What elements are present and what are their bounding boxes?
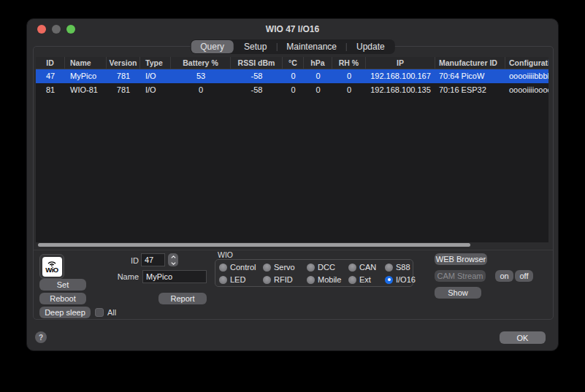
table-cell: MyPico bbox=[65, 69, 107, 83]
device-table-region: IDNameVersionTypeBattery %RSSI dBm°ChPaR… bbox=[34, 47, 553, 250]
id-input[interactable] bbox=[141, 253, 165, 266]
radio-option-s88[interactable]: S88 bbox=[385, 262, 416, 272]
query-tab-pane: IDNameVersionTypeBattery %RSSI dBm°ChPaR… bbox=[33, 46, 554, 320]
table-cell: 81 bbox=[36, 83, 65, 97]
table-cell: 781 bbox=[107, 69, 140, 83]
table-row[interactable]: 47MyPico781I/O53-58000192.168.100.16770:… bbox=[36, 69, 548, 83]
table-row[interactable]: 81WIO-81781I/O0-58000192.168.100.13570:1… bbox=[36, 83, 548, 97]
title-bar: WIO 47 I/O16 bbox=[27, 19, 558, 39]
radio-option-led[interactable]: LED bbox=[219, 274, 263, 285]
table-cell: 0 bbox=[332, 83, 366, 97]
column-header-battery[interactable]: Battery % bbox=[171, 57, 231, 69]
table-cell: 53 bbox=[171, 69, 231, 83]
radio-option-can[interactable]: CAN bbox=[348, 262, 385, 272]
table-cell: -58 bbox=[231, 69, 283, 83]
tab-maintenance[interactable]: Maintenance bbox=[277, 40, 346, 53]
show-button[interactable]: Show bbox=[435, 287, 481, 299]
column-header-version[interactable]: Version bbox=[107, 57, 140, 69]
column-header-rh[interactable]: RH % bbox=[332, 57, 366, 69]
radio-option-label: DCC bbox=[318, 263, 335, 272]
radio-option-label: RFID bbox=[274, 275, 293, 284]
column-header-name[interactable]: Name bbox=[65, 57, 107, 69]
column-header-hpa[interactable]: hPa bbox=[304, 57, 332, 69]
on-button[interactable]: on bbox=[495, 270, 513, 282]
wio-group-label: WIO bbox=[218, 250, 233, 259]
radio-option-i-o16[interactable]: I/O16 bbox=[385, 274, 416, 285]
table-cell: 70:16 ESP32 bbox=[435, 83, 505, 97]
radio-icon bbox=[307, 264, 315, 272]
column-header-c[interactable]: °C bbox=[283, 57, 304, 69]
wio-logo: WiO bbox=[42, 257, 62, 277]
table-cell: ooooiiiiooooo bbox=[505, 83, 548, 97]
radio-option-label: LED bbox=[230, 275, 245, 284]
all-checkbox-label: All bbox=[107, 308, 116, 317]
id-label: ID bbox=[110, 256, 139, 265]
radio-option-mobile[interactable]: Mobile bbox=[307, 274, 348, 285]
deep-sleep-button[interactable]: Deep sleep bbox=[39, 307, 91, 318]
tab-setup[interactable]: Setup bbox=[234, 40, 276, 53]
radio-icon bbox=[263, 264, 271, 272]
radio-icon bbox=[385, 276, 393, 284]
chevron-down-icon bbox=[171, 262, 176, 265]
table-header: IDNameVersionTypeBattery %RSSI dBm°ChPaR… bbox=[36, 57, 548, 69]
column-header-ip[interactable]: IP bbox=[366, 57, 435, 69]
id-stepper bbox=[168, 253, 178, 266]
table-cell: 0 bbox=[283, 69, 304, 83]
device-table: IDNameVersionTypeBattery %RSSI dBm°ChPaR… bbox=[36, 57, 548, 242]
column-header-rssi-dbm[interactable]: RSSI dBm bbox=[231, 57, 283, 69]
column-header-configuration[interactable]: Configuration bbox=[505, 57, 548, 69]
radio-option-label: S88 bbox=[396, 263, 410, 272]
radio-option-label: I/O16 bbox=[396, 275, 416, 284]
radio-option-servo[interactable]: Servo bbox=[263, 262, 307, 272]
ok-button[interactable]: OK bbox=[500, 331, 546, 344]
radio-option-label: CAN bbox=[359, 263, 376, 272]
radio-icon bbox=[307, 276, 315, 284]
table-cell: 192.168.100.135 bbox=[366, 83, 435, 97]
minimize-button[interactable] bbox=[52, 25, 61, 34]
radio-option-dcc[interactable]: DCC bbox=[307, 262, 348, 272]
radio-icon bbox=[219, 276, 227, 284]
table-cell: 781 bbox=[107, 83, 140, 97]
reboot-button[interactable]: Reboot bbox=[39, 293, 86, 304]
close-button[interactable] bbox=[37, 25, 46, 34]
radio-option-label: Ext bbox=[359, 275, 371, 284]
report-button[interactable]: Report bbox=[158, 293, 207, 304]
column-header-type[interactable]: Type bbox=[140, 57, 171, 69]
help-button[interactable]: ? bbox=[35, 331, 47, 343]
set-button[interactable]: Set bbox=[39, 279, 86, 291]
name-label: Name bbox=[111, 272, 139, 281]
all-checkbox[interactable] bbox=[95, 308, 104, 317]
radio-option-label: Mobile bbox=[318, 275, 341, 284]
horizontal-scrollbar[interactable] bbox=[38, 243, 470, 247]
radio-option-ext[interactable]: Ext bbox=[348, 274, 385, 285]
tab-update[interactable]: Update bbox=[347, 40, 394, 53]
column-header-id[interactable]: ID bbox=[36, 57, 65, 69]
cam-stream-button[interactable]: CAM Stream bbox=[435, 270, 486, 282]
radio-option-control[interactable]: Control bbox=[219, 262, 263, 272]
table-cell: I/O bbox=[140, 83, 171, 97]
window-title: WIO 47 I/O16 bbox=[27, 19, 558, 39]
off-button[interactable]: off bbox=[515, 270, 533, 282]
radio-option-label: Control bbox=[230, 263, 256, 272]
tab-query[interactable]: Query bbox=[191, 40, 234, 53]
table-cell: 0 bbox=[304, 83, 332, 97]
radio-icon bbox=[348, 276, 356, 284]
table-cell: I/O bbox=[140, 69, 171, 83]
table-cell: -58 bbox=[231, 83, 283, 97]
table-cell: 0 bbox=[332, 69, 366, 83]
column-header-manufacturer-id[interactable]: Manufacturer ID bbox=[435, 57, 505, 69]
radio-option-rfid[interactable]: RFID bbox=[263, 274, 307, 285]
stepper-down-button[interactable] bbox=[168, 260, 178, 266]
name-input[interactable] bbox=[142, 270, 207, 283]
zoom-button[interactable] bbox=[66, 25, 75, 34]
web-browser-button[interactable]: WEB Browser bbox=[435, 253, 487, 265]
table-cell: 0 bbox=[304, 69, 332, 83]
stepper-up-button[interactable] bbox=[168, 253, 178, 260]
table-cell: ooooiiiibbbbb bbox=[505, 69, 548, 83]
table-body: 47MyPico781I/O53-58000192.168.100.16770:… bbox=[36, 69, 548, 97]
table-cell: WIO-81 bbox=[65, 83, 107, 97]
wio-logo-button[interactable]: WiO bbox=[39, 254, 64, 279]
radio-icon bbox=[348, 264, 356, 272]
radio-option-label: Servo bbox=[274, 263, 295, 272]
table-cell: 192.168.100.167 bbox=[366, 69, 435, 83]
